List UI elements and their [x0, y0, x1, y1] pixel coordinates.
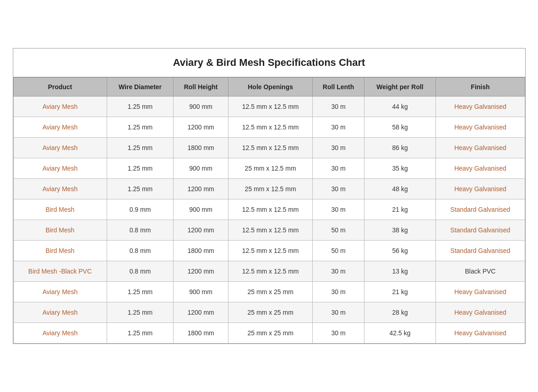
cell-finish: Black PVC [436, 261, 525, 282]
cell-hole-openings: 25 mm x 12.5 mm [228, 179, 313, 199]
cell-roll-length: 30 m [313, 323, 364, 344]
cell-finish: Heavy Galvanised [436, 323, 525, 344]
cell-hole-openings: 12.5 mm x 12.5 mm [228, 220, 313, 241]
cell-weight: 28 kg [364, 302, 436, 323]
cell-wire-diameter: 1.25 mm [107, 282, 174, 302]
table-row: Aviary Mesh1.25 mm1200 mm12.5 mm x 12.5 … [13, 117, 525, 138]
table-row: Aviary Mesh1.25 mm900 mm25 mm x 12.5 mm3… [13, 158, 525, 179]
cell-product: Aviary Mesh [13, 138, 107, 158]
cell-wire-diameter: 1.25 mm [107, 323, 174, 344]
cell-weight: 42.5 kg [364, 323, 436, 344]
cell-roll-height: 1800 mm [174, 241, 228, 261]
cell-roll-length: 30 m [313, 158, 364, 179]
cell-weight: 86 kg [364, 138, 436, 158]
cell-roll-length: 30 m [313, 179, 364, 199]
cell-product: Bird Mesh -Black PVC [13, 261, 107, 282]
table-row: Aviary Mesh1.25 mm1800 mm12.5 mm x 12.5 … [13, 138, 525, 158]
cell-product: Aviary Mesh [13, 117, 107, 138]
cell-product: Bird Mesh [13, 241, 107, 261]
table-row: Aviary Mesh1.25 mm1800 mm25 mm x 25 mm30… [13, 323, 525, 344]
cell-product: Aviary Mesh [13, 323, 107, 344]
cell-product: Aviary Mesh [13, 302, 107, 323]
specifications-table: Product Wire Diameter Roll Height Hole O… [13, 77, 525, 344]
cell-roll-height: 900 mm [174, 282, 228, 302]
chart-title: Aviary & Bird Mesh Specifications Chart [13, 48, 525, 77]
cell-product: Aviary Mesh [13, 158, 107, 179]
cell-wire-diameter: 0.8 mm [107, 220, 174, 241]
header-finish: Finish [436, 78, 525, 97]
cell-roll-length: 50 m [313, 220, 364, 241]
cell-roll-height: 1200 mm [174, 302, 228, 323]
cell-wire-diameter: 1.25 mm [107, 97, 174, 117]
cell-weight: 21 kg [364, 282, 436, 302]
cell-roll-height: 1200 mm [174, 179, 228, 199]
cell-roll-height: 1200 mm [174, 220, 228, 241]
table-body: Aviary Mesh1.25 mm900 mm12.5 mm x 12.5 m… [13, 97, 525, 344]
cell-finish: Heavy Galvanised [436, 179, 525, 199]
cell-roll-height: 1800 mm [174, 138, 228, 158]
cell-finish: Heavy Galvanised [436, 282, 525, 302]
cell-roll-length: 30 m [313, 261, 364, 282]
cell-hole-openings: 12.5 mm x 12.5 mm [228, 117, 313, 138]
cell-finish: Heavy Galvanised [436, 302, 525, 323]
cell-finish: Heavy Galvanised [436, 138, 525, 158]
cell-wire-diameter: 1.25 mm [107, 179, 174, 199]
cell-weight: 48 kg [364, 179, 436, 199]
cell-weight: 21 kg [364, 199, 436, 220]
cell-weight: 56 kg [364, 241, 436, 261]
cell-hole-openings: 12.5 mm x 12.5 mm [228, 97, 313, 117]
chart-container: Aviary & Bird Mesh Specifications Chart … [13, 48, 526, 344]
table-row: Aviary Mesh1.25 mm900 mm12.5 mm x 12.5 m… [13, 97, 525, 117]
cell-hole-openings: 25 mm x 25 mm [228, 282, 313, 302]
cell-finish: Standard Galvanised [436, 220, 525, 241]
table-row: Bird Mesh -Black PVC0.8 mm1200 mm12.5 mm… [13, 261, 525, 282]
cell-roll-length: 30 m [313, 117, 364, 138]
cell-finish: Standard Galvanised [436, 241, 525, 261]
cell-product: Bird Mesh [13, 220, 107, 241]
cell-roll-height: 1200 mm [174, 117, 228, 138]
cell-wire-diameter: 0.8 mm [107, 261, 174, 282]
cell-wire-diameter: 1.25 mm [107, 138, 174, 158]
cell-hole-openings: 12.5 mm x 12.5 mm [228, 199, 313, 220]
cell-roll-height: 900 mm [174, 158, 228, 179]
cell-product: Aviary Mesh [13, 282, 107, 302]
cell-product: Aviary Mesh [13, 97, 107, 117]
cell-product: Aviary Mesh [13, 179, 107, 199]
cell-weight: 35 kg [364, 158, 436, 179]
cell-roll-height: 900 mm [174, 199, 228, 220]
table-row: Aviary Mesh1.25 mm900 mm25 mm x 25 mm30 … [13, 282, 525, 302]
table-row: Aviary Mesh1.25 mm1200 mm25 mm x 25 mm30… [13, 302, 525, 323]
cell-roll-length: 50 m [313, 241, 364, 261]
cell-hole-openings: 25 mm x 25 mm [228, 302, 313, 323]
cell-roll-length: 30 m [313, 282, 364, 302]
cell-roll-length: 30 m [313, 199, 364, 220]
header-weight-per-roll: Weight per Roll [364, 78, 436, 97]
cell-weight: 13 kg [364, 261, 436, 282]
cell-hole-openings: 12.5 mm x 12.5 mm [228, 241, 313, 261]
cell-hole-openings: 25 mm x 12.5 mm [228, 158, 313, 179]
cell-roll-height: 900 mm [174, 97, 228, 117]
cell-wire-diameter: 0.9 mm [107, 199, 174, 220]
header-hole-openings: Hole Openings [228, 78, 313, 97]
cell-roll-height: 1200 mm [174, 261, 228, 282]
cell-wire-diameter: 1.25 mm [107, 117, 174, 138]
cell-finish: Standard Galvanised [436, 199, 525, 220]
cell-weight: 58 kg [364, 117, 436, 138]
table-row: Bird Mesh0.8 mm1200 mm12.5 mm x 12.5 mm5… [13, 220, 525, 241]
table-row: Bird Mesh0.9 mm900 mm12.5 mm x 12.5 mm30… [13, 199, 525, 220]
cell-roll-height: 1800 mm [174, 323, 228, 344]
cell-hole-openings: 25 mm x 25 mm [228, 323, 313, 344]
header-roll-length: Roll Lenth [313, 78, 364, 97]
cell-roll-length: 30 m [313, 138, 364, 158]
cell-hole-openings: 12.5 mm x 12.5 mm [228, 138, 313, 158]
cell-wire-diameter: 0.8 mm [107, 241, 174, 261]
cell-weight: 38 kg [364, 220, 436, 241]
cell-product: Bird Mesh [13, 199, 107, 220]
cell-wire-diameter: 1.25 mm [107, 158, 174, 179]
cell-roll-length: 30 m [313, 97, 364, 117]
header-wire-diameter: Wire Diameter [107, 78, 174, 97]
cell-finish: Heavy Galvanised [436, 158, 525, 179]
table-row: Aviary Mesh1.25 mm1200 mm25 mm x 12.5 mm… [13, 179, 525, 199]
cell-wire-diameter: 1.25 mm [107, 302, 174, 323]
header-product: Product [13, 78, 107, 97]
